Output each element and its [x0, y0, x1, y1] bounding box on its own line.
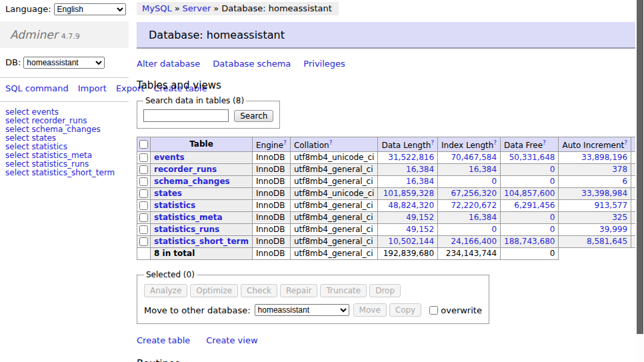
drop-button[interactable]: Drop	[369, 284, 401, 297]
row-checkbox-recorder_runs[interactable]	[139, 165, 148, 174]
table-link-statistics_meta[interactable]: statistics_meta	[154, 213, 223, 222]
table-link-schema_changes[interactable]: schema_changes	[154, 177, 230, 186]
index-length-link[interactable]: 70,467,584	[451, 153, 497, 162]
db-select[interactable]: homeassistant	[23, 57, 105, 69]
search-fieldset: Search data in tables (8) Search	[137, 96, 280, 129]
data-length-link[interactable]: 49,152	[406, 225, 434, 234]
data-free-link[interactable]: 188,743,680	[504, 237, 555, 246]
data-length-link[interactable]: 48,824,320	[388, 201, 434, 210]
auto-increment-link[interactable]: 913,577	[594, 201, 627, 210]
check-button[interactable]: Check	[241, 284, 277, 297]
row-checkbox-cell	[137, 224, 151, 236]
help-icon[interactable]: ?	[624, 139, 627, 146]
table-name-cell: statistics_short_term	[151, 236, 253, 248]
data-length-link[interactable]: 16,384	[406, 165, 434, 174]
data-free-link[interactable]: 0	[550, 213, 555, 222]
help-icon[interactable]: ?	[543, 139, 546, 146]
db-selector-row: DB:homeassistant	[0, 48, 129, 77]
help-icon[interactable]: ?	[283, 139, 287, 146]
table-link-states[interactable]: states	[154, 189, 182, 198]
breadcrumb-link-server[interactable]: Server	[183, 3, 211, 13]
table-row: eventsInnoDButf8mb4_unicode_ci31,522,816…	[137, 152, 644, 164]
table-link-statistics_short_term[interactable]: statistics_short_term	[154, 237, 249, 246]
overwrite-checkbox[interactable]	[429, 306, 438, 315]
table-total-row: 8 in totalInnoDButf8mb4_general_ci192,83…	[137, 248, 644, 260]
data-free-link[interactable]: 0	[550, 165, 555, 174]
row-checkbox-statistics_short_term[interactable]	[139, 237, 148, 246]
tables-table: TableEngine?Collation?Data Length?Index …	[137, 137, 644, 260]
column-header-collation: Collation?	[290, 137, 378, 152]
move-button[interactable]: Move	[353, 303, 387, 317]
auto-increment-link[interactable]: 325	[612, 213, 627, 222]
data-free-link[interactable]: 0	[550, 225, 555, 234]
link-alter-database[interactable]: Alter database	[137, 59, 200, 69]
collation-cell: utf8mb4_unicode_ci	[290, 188, 378, 200]
index-length-link[interactable]: 16,384	[469, 213, 497, 222]
table-link-events[interactable]: events	[154, 153, 185, 162]
table-row: schema_changesInnoDButf8mb4_general_ci16…	[137, 176, 644, 188]
auto-increment-link[interactable]: 33,898,196	[581, 153, 627, 162]
auto-increment-link[interactable]: 8,581,645	[587, 237, 627, 246]
sidebar-select-statistics-short-term[interactable]: select statistics_short_term	[5, 169, 123, 177]
analyze-button[interactable]: Analyze	[144, 284, 187, 297]
breadcrumb-link-mysql[interactable]: MySQL	[142, 3, 172, 13]
index-length-link[interactable]: 67,256,320	[451, 189, 497, 198]
data-free-link[interactable]: 50,331,648	[509, 153, 555, 162]
link-database-schema[interactable]: Database schema	[213, 59, 291, 69]
move-row: Move to other database: homeassistant Mo…	[144, 303, 482, 317]
data-free-link[interactable]: 104,857,600	[504, 189, 555, 198]
data-length-link[interactable]: 16,384	[406, 177, 434, 186]
sidebar-action-sql-command[interactable]: SQL command	[5, 83, 69, 93]
link-create-view[interactable]: Create view	[206, 335, 257, 345]
sidebar-action-import[interactable]: Import	[78, 83, 107, 93]
help-icon[interactable]: ?	[493, 139, 497, 146]
row-checkbox-cell	[137, 164, 151, 176]
row-checkbox-statistics_meta[interactable]	[139, 213, 148, 222]
move-db-select[interactable]: homeassistant	[255, 304, 349, 316]
truncate-button[interactable]: Truncate	[320, 284, 367, 297]
table-link-statistics[interactable]: statistics	[154, 201, 195, 210]
row-checkbox-events[interactable]	[139, 153, 148, 162]
optimize-button[interactable]: Optimize	[190, 284, 238, 297]
index-length-cell: 0	[438, 224, 501, 236]
table-link-recorder_runs[interactable]: recorder_runs	[154, 165, 217, 174]
repair-button[interactable]: Repair	[280, 284, 317, 297]
index-length-link[interactable]: 72,220,672	[451, 201, 497, 210]
auto-increment-link[interactable]: 33,398,984	[581, 189, 627, 198]
link-create-table[interactable]: Create table	[137, 335, 190, 345]
row-checkbox-statistics[interactable]	[139, 201, 148, 210]
create-links: Create tableCreate view	[137, 335, 644, 345]
data-free-link[interactable]: 6,291,456	[514, 201, 555, 210]
search-input[interactable]	[143, 109, 229, 122]
total-blank-cell	[559, 248, 631, 260]
column-header-label: Engine	[256, 141, 283, 150]
link-privileges[interactable]: Privileges	[303, 59, 345, 69]
auto-increment-link[interactable]: 39,999	[599, 225, 627, 234]
help-icon[interactable]: ?	[329, 139, 333, 146]
data-length-link[interactable]: 49,152	[406, 213, 434, 222]
row-checkbox-cell	[137, 176, 151, 188]
search-button[interactable]: Search	[234, 110, 273, 122]
scrollbar-thumb[interactable]	[637, 0, 643, 334]
row-checkbox-states[interactable]	[139, 189, 148, 198]
data-length-link[interactable]: 31,522,816	[388, 153, 434, 162]
select-all-checkbox[interactable]	[139, 140, 148, 149]
language-select[interactable]: English	[54, 3, 126, 15]
index-length-link[interactable]: 16,384	[469, 165, 497, 174]
copy-button[interactable]: Copy	[389, 303, 421, 317]
auto-increment-link[interactable]: 378	[612, 165, 627, 174]
vertical-scrollbar[interactable]	[635, 0, 644, 362]
data-free-link[interactable]: 0	[550, 177, 555, 186]
total-engine-cell: InnoDB	[252, 248, 290, 260]
index-length-link[interactable]: 0	[491, 177, 497, 186]
table-link-statistics_runs[interactable]: statistics_runs	[154, 225, 219, 234]
help-icon[interactable]: ?	[431, 139, 434, 146]
row-checkbox-schema_changes[interactable]	[139, 177, 148, 186]
row-checkbox-statistics_runs[interactable]	[139, 225, 148, 234]
data-length-link[interactable]: 10,502,144	[388, 237, 434, 246]
table-name-cell: statistics_runs	[151, 224, 253, 236]
index-length-link[interactable]: 0	[491, 225, 497, 234]
index-length-link[interactable]: 24,166,400	[451, 237, 497, 246]
auto-increment-link[interactable]: 6	[622, 177, 627, 186]
data-length-link[interactable]: 101,859,328	[383, 189, 434, 198]
